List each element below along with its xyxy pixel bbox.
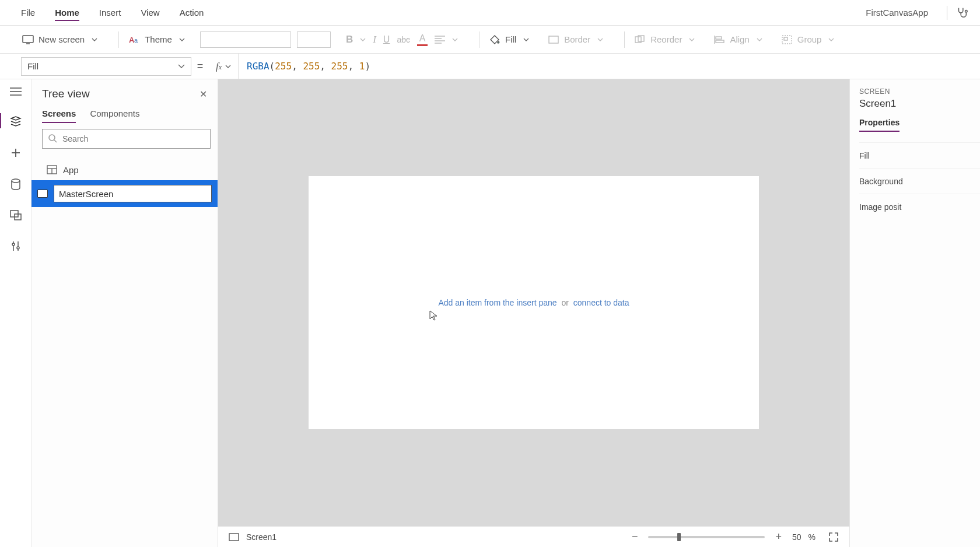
canvas-hint-or: or [561,298,568,307]
reorder-label: Reorder [650,34,682,44]
chevron-down-icon [92,38,97,41]
connect-data-link[interactable]: connect to data [573,298,629,307]
tree-node-label: App [63,165,79,175]
left-nav-rail [0,79,32,547]
zoom-pct: % [808,532,816,542]
menu-home[interactable]: Home [55,8,79,21]
paint-bucket-icon [489,34,501,45]
app-icon [47,165,57,174]
font-family-select[interactable] [200,31,291,48]
tree-view-title: Tree view [42,87,90,100]
menu-action[interactable]: Action [180,8,204,17]
tab-components[interactable]: Components [90,108,139,123]
properties-section-label: SCREEN [859,87,980,96]
zoom-out-button[interactable]: − [628,531,642,543]
svg-point-28 [17,247,19,249]
formula-arg: 255 [303,61,320,72]
svg-point-22 [12,179,20,183]
advanced-tools-icon[interactable] [10,240,21,252]
chevron-down-icon [225,65,231,68]
align-icon [713,34,725,45]
italic-button[interactable]: I [369,31,380,48]
font-size-select[interactable] [297,31,331,48]
tree-search-input[interactable] [42,129,211,149]
app-name-label: FirstCanvasApp [866,8,928,17]
property-row-background[interactable]: Background [859,168,980,194]
underline-button[interactable]: U [380,32,394,47]
chevron-down-icon [360,38,366,41]
chevron-down-icon [689,38,695,41]
chevron-down-icon [757,38,762,41]
svg-point-0 [965,10,968,12]
text-align-button[interactable] [431,33,461,46]
new-screen-label: New screen [38,34,85,44]
group-icon [781,34,793,45]
bold-button[interactable]: B [342,31,369,48]
border-label: Border [564,34,590,44]
zoom-value: 50 [792,532,802,542]
app-checker-icon[interactable] [956,6,968,19]
formula-arg: 255 [275,61,292,72]
property-selector-label: Fill [27,61,38,71]
search-icon [48,134,57,143]
screen-rename-input[interactable] [54,185,212,202]
strikethrough-button[interactable]: abc [393,33,414,47]
fill-label: Fill [505,34,516,44]
insert-pane-link[interactable]: Add an item from the insert pane [438,298,556,307]
close-icon[interactable]: ✕ [200,89,207,100]
menu-view[interactable]: View [141,8,159,17]
status-bar: Screen1 − + 50 % [218,526,849,547]
chevron-down-icon [523,38,529,41]
border-button[interactable]: Border [544,31,607,48]
formula-arg: 255 [331,61,348,72]
svg-rect-9 [549,36,558,43]
divider [947,6,947,20]
formula-fn: RGBA [247,61,270,72]
fill-button[interactable]: Fill [485,31,533,48]
theme-button[interactable]: Aa Theme [125,31,188,48]
zoom-in-button[interactable]: + [772,531,785,543]
formula-input[interactable]: RGBA(255, 255, 255, 1) [239,61,370,72]
new-screen-button[interactable]: New screen [19,31,101,48]
chevron-down-icon [597,38,603,41]
formula-arg: 1 [359,61,365,72]
divider [118,31,119,48]
tree-view-icon[interactable] [10,115,22,127]
ribbon-toolbar: New screen Aa Theme B I U abc A [0,26,980,54]
align-button[interactable]: Align [710,31,765,48]
hamburger-icon[interactable] [10,87,22,96]
canvas-area: Add an item from the insert pane or conn… [218,79,849,547]
design-canvas[interactable]: Add an item from the insert pane or conn… [309,176,759,429]
fx-button[interactable]: fx [209,54,239,79]
status-screen-label: Screen1 [246,532,276,542]
align-label: Align [730,34,749,44]
tree-node-app[interactable]: App [42,159,211,180]
zoom-slider[interactable] [648,536,765,538]
font-color-button[interactable]: A [414,31,431,48]
tree-search [42,129,211,149]
svg-point-27 [12,243,15,246]
data-icon[interactable] [10,178,21,190]
border-icon [548,34,559,45]
zoom-thumb[interactable] [677,533,681,541]
svg-rect-14 [716,40,724,43]
group-button[interactable]: Group [778,31,838,48]
property-row-image-position[interactable]: Image posit [859,194,980,219]
reorder-button[interactable]: Reorder [631,31,698,48]
property-row-fill[interactable]: Fill [859,142,980,168]
chevron-down-icon [452,38,458,41]
theme-icon: Aa [128,34,140,45]
svg-point-29 [49,135,55,141]
media-icon[interactable] [10,210,22,220]
fit-screen-icon[interactable] [828,532,839,542]
property-selector[interactable]: Fill [21,57,191,76]
menu-insert[interactable]: Insert [99,8,121,17]
tab-properties[interactable]: Properties [859,118,900,132]
tree-view-panel: Tree view ✕ Screens Components App [32,79,218,547]
tab-screens[interactable]: Screens [42,108,76,123]
menu-file[interactable]: File [21,8,35,17]
insert-icon[interactable] [10,147,22,159]
chevron-down-icon [828,38,834,41]
screen-icon [22,34,34,45]
screen-icon [37,190,48,198]
